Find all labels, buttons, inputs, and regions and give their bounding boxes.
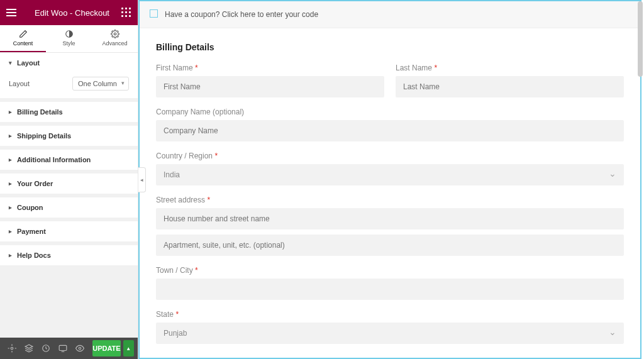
required-mark: * (214, 152, 218, 160)
country-group: Country / Region * India (156, 152, 624, 185)
svg-marker-3 (25, 345, 33, 348)
section-header-coupon[interactable]: ▸ Coupon (0, 197, 138, 218)
scrollbar-thumb[interactable] (638, 1, 643, 77)
section-title: Payment (17, 228, 46, 235)
section-shipping: ▸ Shipping Details (0, 126, 138, 150)
street-address-2-field[interactable] (156, 235, 624, 256)
company-group: Company Name (optional) (156, 108, 624, 141)
svg-point-1 (114, 33, 116, 35)
last-name-group: Last Name * (396, 64, 624, 97)
town-label: Town / City * (156, 266, 624, 275)
required-mark: * (434, 64, 437, 72)
section-header-shipping[interactable]: ▸ Shipping Details (0, 126, 138, 146)
sidebar-tabs: Content Style Advanced (0, 25, 138, 53)
panel-body: ▾ Layout Layout One Column ▸ Billing Det… (0, 53, 138, 338)
svg-point-6 (79, 347, 81, 350)
editor-canvas: + ⠿ × Have a coupon? Click here to enter… (138, 0, 644, 359)
scrollbar[interactable] (638, 1, 643, 328)
tab-content[interactable]: Content (0, 25, 46, 52)
section-additional: ▸ Additional Information (0, 150, 138, 174)
control-label: Layout (9, 80, 30, 87)
pencil-icon (19, 30, 28, 38)
chevron-right-icon: ▸ (9, 252, 12, 258)
page-title: Edit Woo - Checkout (23, 8, 121, 18)
tab-label: Style (62, 40, 75, 47)
coupon-text: Have a coupon? Click here to enter your … (165, 10, 318, 19)
editor-sidebar: Edit Woo - Checkout Content Style Advanc… (0, 0, 138, 359)
update-button[interactable]: UPDATE (92, 340, 120, 356)
state-label: State * (156, 310, 624, 319)
coupon-icon (150, 9, 158, 18)
section-header-help[interactable]: ▸ Help Docs (0, 245, 138, 265)
section-title: Billing Details (17, 108, 63, 116)
chevron-right-icon: ▸ (9, 204, 12, 211)
section-order: ▸ Your Order (0, 174, 138, 197)
required-mark: * (175, 310, 179, 319)
update-options-button[interactable]: ▲ (123, 340, 134, 356)
layout-select[interactable]: One Column (72, 77, 129, 91)
section-header-billing[interactable]: ▸ Billing Details (0, 102, 138, 122)
section-title: Your Order (17, 180, 53, 187)
section-title: Shipping Details (17, 132, 71, 140)
town-group: Town / City * (156, 266, 624, 300)
first-name-group: First Name * (156, 64, 384, 97)
layout-control-row: Layout One Column (0, 73, 138, 98)
selected-widget[interactable]: + ⠿ × Have a coupon? Click here to enter… (138, 0, 641, 359)
town-field[interactable] (156, 279, 624, 300)
last-name-field[interactable] (396, 76, 624, 97)
company-field[interactable] (156, 120, 624, 141)
section-coupon: ▸ Coupon (0, 197, 138, 221)
street-group: Street address * (156, 196, 624, 229)
section-help: ▸ Help Docs (0, 245, 138, 269)
tab-label: Content (13, 40, 33, 47)
chevron-right-icon: ▸ (9, 157, 12, 163)
svg-rect-4 (59, 345, 67, 350)
required-mark: * (195, 266, 198, 275)
street-address-1-field[interactable] (156, 208, 624, 229)
section-payment: ▸ Payment (0, 221, 138, 245)
last-name-label: Last Name * (396, 64, 624, 72)
state-group: State * Punjab (156, 310, 624, 344)
contrast-icon (65, 30, 74, 38)
tab-advanced[interactable]: Advanced (92, 25, 138, 52)
billing-form: Billing Details First Name * Last Name (140, 28, 640, 358)
canvas-scroll[interactable]: + ⠿ × Have a coupon? Click here to enter… (138, 0, 644, 359)
chevron-right-icon: ▸ (9, 180, 12, 187)
section-billing: ▸ Billing Details (0, 102, 138, 126)
country-select[interactable]: India (156, 164, 624, 185)
section-title: Coupon (17, 204, 43, 211)
tab-label: Advanced (102, 40, 127, 47)
section-title: Layout (17, 59, 40, 67)
section-layout: ▾ Layout Layout One Column (0, 53, 138, 102)
preview-icon[interactable] (72, 340, 87, 356)
required-mark: * (207, 196, 210, 204)
chevron-right-icon: ▸ (9, 228, 12, 235)
billing-title: Billing Details (156, 42, 624, 52)
first-name-label: First Name * (156, 64, 384, 72)
section-title: Help Docs (17, 251, 51, 259)
section-header-payment[interactable]: ▸ Payment (0, 221, 138, 241)
tab-style[interactable]: Style (46, 25, 92, 52)
section-header-order[interactable]: ▸ Your Order (0, 174, 138, 194)
chevron-right-icon: ▸ (9, 133, 12, 139)
sidebar-header: Edit Woo - Checkout (0, 0, 138, 25)
responsive-icon[interactable] (55, 340, 70, 356)
gear-icon (111, 30, 119, 38)
layers-icon[interactable] (21, 340, 36, 356)
section-title: Additional Information (17, 156, 91, 163)
section-header-additional[interactable]: ▸ Additional Information (0, 150, 138, 170)
state-select[interactable]: Punjab (156, 323, 624, 344)
sidebar-footer: UPDATE ▲ (0, 338, 138, 359)
coupon-notice[interactable]: Have a coupon? Click here to enter your … (140, 1, 640, 28)
first-name-field[interactable] (156, 76, 384, 97)
section-header-layout[interactable]: ▾ Layout (0, 53, 138, 73)
required-mark: * (195, 64, 198, 72)
collapse-sidebar-handle[interactable]: ◂ (138, 167, 146, 192)
menu-icon[interactable] (6, 8, 16, 18)
settings-icon[interactable] (4, 340, 19, 356)
chevron-right-icon: ▸ (9, 109, 12, 115)
widgets-grid-icon[interactable] (121, 8, 131, 18)
history-icon[interactable] (38, 340, 53, 356)
company-label: Company Name (optional) (156, 108, 624, 116)
country-label: Country / Region * (156, 152, 624, 160)
